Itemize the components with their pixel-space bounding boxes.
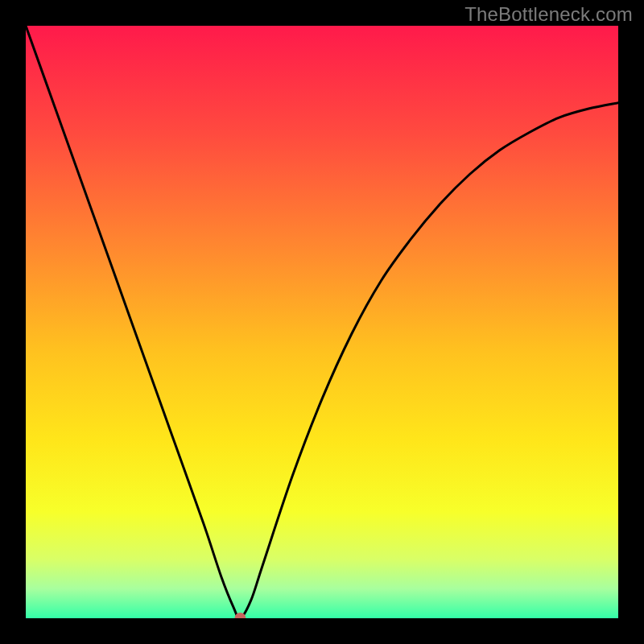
chart-frame: TheBottleneck.com xyxy=(0,0,644,644)
bottleneck-curve xyxy=(26,26,618,618)
watermark-text: TheBottleneck.com xyxy=(464,3,633,26)
plot-area xyxy=(26,26,618,618)
